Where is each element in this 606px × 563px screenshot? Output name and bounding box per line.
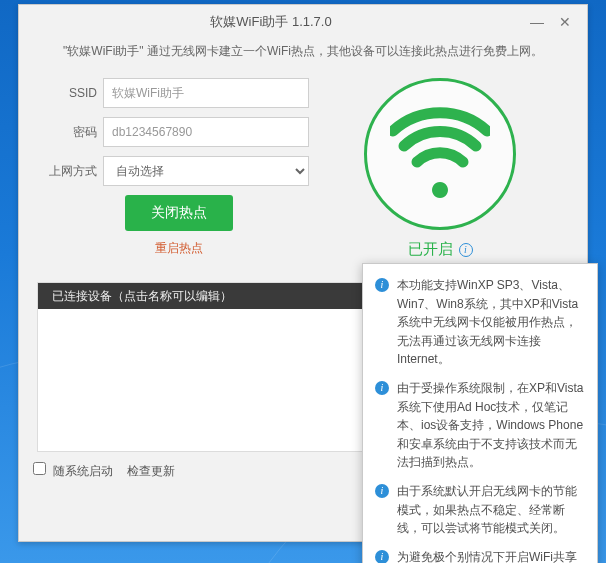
devices-header-name: 已连接设备（点击名称可以编辑） (52, 288, 232, 305)
window-description: "软媒WiFi助手" 通过无线网卡建立一个WiFi热点，其他设备可以连接此热点进… (19, 39, 587, 78)
popup-text: 为避免极个别情况下开启WiFi共享遭遇蓝屏，建议把无线网卡的驱动程序升级到最新版… (397, 548, 587, 563)
restart-hotspot-link[interactable]: 重启热点 (155, 240, 203, 257)
info-icon[interactable]: i (459, 243, 473, 257)
close-window-button[interactable]: ✕ (551, 14, 579, 30)
minimize-button[interactable]: — (523, 14, 551, 30)
bullet-icon: i (375, 484, 389, 498)
autostart-row[interactable]: 随系统启动 (33, 462, 113, 480)
popup-item: i 为避免极个别情况下开启WiFi共享遭遇蓝屏，建议把无线网卡的驱动程序升级到最… (375, 548, 587, 563)
window-title: 软媒WiFi助手 1.1.7.0 (19, 13, 523, 31)
bullet-icon: i (375, 278, 389, 292)
popup-text: 由于受操作系统限制，在XP和Vista系统下使用Ad Hoc技术，仅笔记本、io… (397, 379, 587, 472)
popup-item: i 由于受操作系统限制，在XP和Vista系统下使用Ad Hoc技术，仅笔记本、… (375, 379, 587, 472)
password-label: 密码 (49, 124, 103, 141)
ssid-input[interactable] (103, 78, 309, 108)
method-label: 上网方式 (49, 163, 103, 180)
popup-item: i 由于系统默认开启无线网卡的节能模式，如果热点不稳定、经常断线，可以尝试将节能… (375, 482, 587, 538)
check-update-link[interactable]: 检查更新 (127, 463, 175, 480)
status-label: 已开启 (408, 240, 453, 259)
form-column: SSID 密码 上网方式 自动选择 关闭热点 重启热点 (49, 78, 309, 266)
autostart-checkbox[interactable] (33, 462, 46, 475)
method-select[interactable]: 自动选择 (103, 156, 309, 186)
popup-text: 本功能支持WinXP SP3、Vista、Win7、Win8系统，其中XP和Vi… (397, 276, 587, 369)
autostart-label: 随系统启动 (53, 464, 113, 478)
titlebar[interactable]: 软媒WiFi助手 1.1.7.0 — ✕ (19, 5, 587, 39)
info-popup: i 本功能支持WinXP SP3、Vista、Win7、Win8系统，其中XP和… (362, 263, 598, 563)
ssid-label: SSID (49, 86, 103, 100)
wifi-status-column: 已开启 i (323, 78, 557, 266)
bullet-icon: i (375, 550, 389, 563)
close-hotspot-button[interactable]: 关闭热点 (125, 195, 233, 231)
wifi-indicator (364, 78, 516, 230)
bullet-icon: i (375, 381, 389, 395)
wifi-icon (390, 104, 490, 204)
popup-text: 由于系统默认开启无线网卡的节能模式，如果热点不稳定、经常断线，可以尝试将节能模式… (397, 482, 587, 538)
popup-item: i 本功能支持WinXP SP3、Vista、Win7、Win8系统，其中XP和… (375, 276, 587, 369)
password-input[interactable] (103, 117, 309, 147)
